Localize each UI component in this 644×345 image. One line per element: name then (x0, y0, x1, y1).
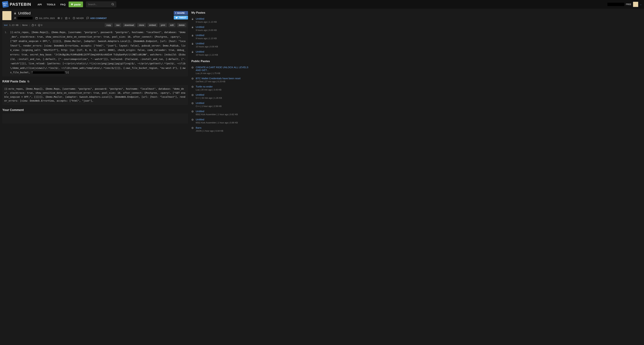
search-box[interactable] (86, 2, 116, 7)
globe-icon (191, 77, 194, 80)
my-paste-item[interactable]: Untitled10 hours ago | 0.00 KB (191, 41, 251, 49)
add-comment-link[interactable]: ADD COMMENT (86, 17, 107, 20)
public-paste-item[interactable]: UntitledC++ | 32 min ago | 1.26 KB (191, 92, 251, 100)
my-paste-item[interactable]: Untitled9 hours ago | 1.13 KB (191, 33, 251, 41)
svg-rect-4 (36, 17, 38, 19)
author-redacted (18, 17, 32, 20)
svg-rect-15 (192, 35, 193, 36)
my-paste-item[interactable]: Untitled9 hours ago | 1.13 KB (191, 16, 251, 24)
globe-icon (191, 86, 194, 88)
embed-button[interactable]: embed (148, 23, 158, 27)
paste-link[interactable]: Untitled (196, 42, 204, 45)
my-paste-item[interactable]: Untitled10 hours ago | 1.13 KB (191, 49, 251, 57)
author-link[interactable] (14, 17, 32, 20)
paste-link[interactable]: Untitled (196, 50, 204, 53)
paste-meta: 6502 Kick Assembler | 1 hour ago | 0.88 … (196, 121, 238, 124)
paste-meta: 9 hours ago | 1.13 KB (196, 21, 217, 23)
code-text: [{:ecto_repos, [Demo.Repo]}, {Demo.Repo,… (10, 30, 186, 75)
globe-icon (191, 127, 194, 129)
paste-size: 1.13 KB (9, 24, 18, 26)
paste-meta: 10 hours ago | 0.00 KB (196, 45, 218, 48)
author-avatar[interactable] (2, 11, 12, 20)
paste-link[interactable]: Untitled (196, 26, 204, 28)
logo-icon: 0011101 (2, 1, 9, 8)
paste-link[interactable]: Bans (196, 126, 202, 129)
paste-meta: 6502 Kick Assembler | 1 hour ago | 0.62 … (196, 113, 238, 116)
paste-expires: NEVER (72, 17, 84, 20)
paste-meta: 10 hours ago | 1.13 KB (196, 54, 218, 56)
nav-tools[interactable]: TOOLS (47, 3, 55, 6)
twitter-icon (176, 17, 178, 19)
thumbs-up-icon (32, 24, 34, 27)
paste-meta: C++ | 1 hour ago | 2.58 KB (196, 105, 222, 107)
public-paste-item[interactable]: BansJSON | 1 hour ago | 0.04 KB (191, 125, 251, 133)
lock-icon (14, 12, 16, 15)
public-paste-item[interactable]: CREATE A CART RIDE UNLOCK ALL LEVELS AND… (191, 65, 251, 76)
paste-meta: Lua | 6 min ago | 1.75 KB (196, 72, 251, 75)
print-button[interactable]: print (159, 23, 167, 27)
chevron-down-icon[interactable]: ⌄ (640, 3, 642, 6)
raw-button[interactable]: raw (114, 23, 121, 27)
public-paste-item[interactable]: UntitledC++ | 1 hour ago | 2.58 KB (191, 100, 251, 109)
logo[interactable]: 0011101 PASTEBIN (2, 1, 31, 8)
paste-stars[interactable]: 0 (65, 17, 70, 20)
comment-textarea[interactable] (2, 114, 188, 124)
avatar[interactable] (633, 2, 638, 7)
paste-header: Untitled JUL 15TH, 2023 2 (2, 11, 188, 20)
public-pastes-heading: Public Pastes (191, 60, 251, 63)
calendar-icon (35, 17, 38, 20)
thumbs-up-button[interactable]: 0 (32, 24, 36, 27)
public-paste-item[interactable]: Turtle no enderLua | 29 min ago | 3.43 K… (191, 84, 251, 92)
svg-point-3 (14, 17, 16, 18)
paste-link[interactable]: Untitled (196, 118, 204, 121)
share-facebook-button[interactable]: f SHARE (174, 11, 188, 15)
paste-link[interactable]: Untitled (196, 17, 204, 20)
clone-button[interactable]: clone (137, 23, 146, 27)
syntax-link[interactable]: text (4, 24, 8, 26)
logo-text: PASTEBIN (10, 2, 31, 7)
paste-link[interactable]: Untitled (196, 34, 204, 37)
sidebar: My Pastes Untitled9 hours ago | 1.13 KBU… (191, 11, 251, 133)
nav-api[interactable]: API (38, 3, 42, 6)
paste-meta: GetText | 27 min ago | 0.25 KB (196, 80, 240, 83)
public-paste-item[interactable]: Untitled6502 Kick Assembler | 1 hour ago… (191, 109, 251, 117)
svg-rect-16 (192, 44, 193, 45)
raw-textarea[interactable]: [{:ecto_repos, [Demo.Repo]}, {Demo.Repo,… (2, 85, 188, 105)
share-twitter-button[interactable]: TWEET (174, 16, 188, 20)
edit-button[interactable]: edit (168, 23, 176, 27)
nav-faq[interactable]: FAQ (60, 3, 66, 6)
paste-link[interactable]: Untitled (196, 102, 204, 104)
comment-heading: Your Comment (2, 108, 188, 112)
delete-button[interactable]: delete (177, 23, 186, 27)
user-icon (14, 17, 16, 20)
clock-icon (72, 17, 75, 20)
public-paste-item[interactable]: Untitled6502 Kick Assembler | 1 hour ago… (191, 117, 251, 125)
svg-marker-9 (65, 17, 68, 19)
facebook-icon: f (176, 12, 176, 14)
copy-raw-icon[interactable] (27, 80, 30, 83)
paste-link[interactable]: BTC Wallet Credentials have been reset (196, 77, 240, 80)
paste-link[interactable]: Untitled (196, 93, 204, 96)
thumbs-down-button[interactable]: 0 (38, 24, 42, 27)
search-icon[interactable] (111, 3, 114, 6)
paste-link[interactable]: Turtle no ender (196, 85, 213, 88)
search-input[interactable] (88, 3, 110, 6)
svg-rect-13 (192, 19, 193, 20)
public-paste-item[interactable]: BTC Wallet Credentials have been resetGe… (191, 76, 251, 84)
svg-rect-14 (192, 27, 193, 28)
paste-link[interactable]: CREATE A CART RIDE UNLOCK ALL LEVELS AND… (196, 66, 248, 72)
paste-meta: Lua | 29 min ago | 3.43 KB (196, 89, 221, 91)
new-paste-button[interactable]: ✚ paste (68, 2, 83, 7)
paste-link[interactable]: Untitled (196, 110, 204, 113)
download-button[interactable]: download (123, 23, 136, 27)
globe-icon (191, 110, 194, 113)
username-redacted (608, 3, 624, 6)
paste-meta: C++ | 32 min ago | 1.26 KB (196, 97, 222, 99)
paste-toolbar: text 1.13 KB | None | 0 0 copy raw downl… (2, 22, 188, 28)
redacted-value (33, 71, 65, 74)
svg-point-8 (58, 18, 59, 19)
copy-button[interactable]: copy (105, 23, 112, 27)
globe-icon (191, 66, 194, 69)
user-area[interactable]: FREE ⌄ (608, 2, 642, 7)
my-paste-item[interactable]: Untitled9 hours ago | 0.00 KB (191, 24, 251, 33)
